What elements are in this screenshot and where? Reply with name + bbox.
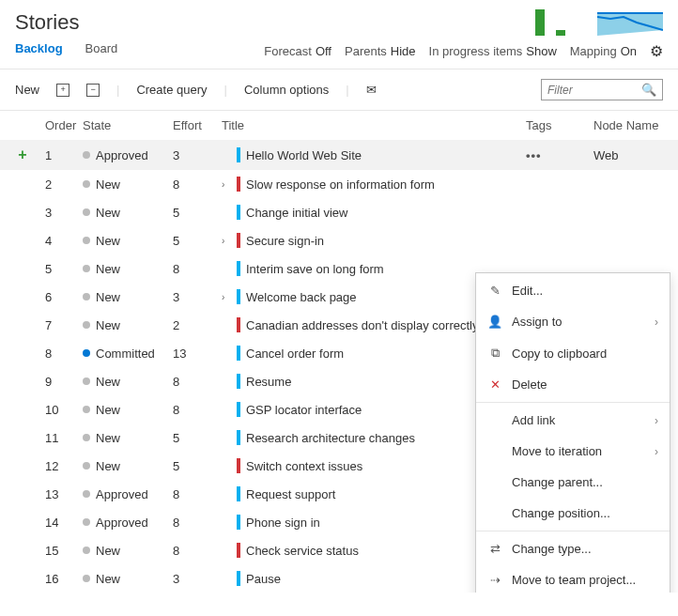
state-dot-icon <box>83 518 90 526</box>
cell-effort: 3 <box>173 148 222 162</box>
inprogress-toggle[interactable]: In progress itemsShow <box>429 44 557 58</box>
cell-state: New <box>83 206 173 220</box>
cell-order: 2 <box>45 177 83 192</box>
cell-order: 7 <box>45 318 83 332</box>
cell-order: 14 <box>45 516 83 530</box>
cell-order: 3 <box>45 206 83 220</box>
gear-icon[interactable]: ⚙ <box>650 42 663 60</box>
cell-state: New <box>83 403 173 417</box>
col-tags[interactable]: Tags <box>526 118 593 132</box>
menu-delete[interactable]: ✕Delete <box>476 369 670 400</box>
cell-effort: 8 <box>173 262 222 276</box>
cell-title[interactable]: ›Slow response on information form <box>222 177 526 192</box>
menu-change-parent[interactable]: Change parent... <box>476 467 670 498</box>
filter-box[interactable]: 🔍 <box>541 79 663 100</box>
cell-effort: 5 <box>173 459 222 473</box>
cell-state: New <box>83 431 173 445</box>
cell-effort: 8 <box>173 487 222 501</box>
cell-title[interactable]: ›Secure sign-in <box>222 233 526 248</box>
parents-toggle[interactable]: ParentsHide <box>345 44 416 58</box>
type-bar <box>237 261 240 276</box>
menu-assign-to[interactable]: 👤Assign to› <box>476 306 670 337</box>
state-dot-icon <box>83 151 90 159</box>
col-order[interactable]: Order <box>45 118 83 132</box>
cell-effort: 5 <box>173 431 222 445</box>
type-bar <box>237 515 240 530</box>
state-dot-icon <box>83 180 90 188</box>
cell-title[interactable]: Change initial view <box>222 205 526 220</box>
tab-board[interactable]: Board <box>85 41 118 61</box>
cell-effort: 8 <box>173 375 222 389</box>
type-bar <box>237 543 240 558</box>
table-row[interactable]: 2New8›Slow response on information form <box>0 170 678 198</box>
cell-effort: 8 <box>173 403 222 417</box>
state-dot-icon <box>83 265 90 272</box>
type-bar <box>237 177 240 192</box>
create-query-button[interactable]: Create query <box>136 83 207 97</box>
filter-input[interactable] <box>547 84 641 97</box>
col-title[interactable]: Title <box>222 118 526 132</box>
state-dot-icon <box>83 434 90 441</box>
menu-change-position[interactable]: Change position... <box>476 498 670 529</box>
type-bar <box>237 147 240 162</box>
cell-state: New <box>83 375 173 389</box>
menu-add-link[interactable]: Add link› <box>476 405 670 436</box>
cell-title[interactable]: Hello World Web Site <box>222 147 526 162</box>
chevron-right-icon[interactable]: › <box>222 292 231 302</box>
menu-move-iteration[interactable]: Move to iteration› <box>476 436 670 467</box>
change-type-icon: ⇄ <box>487 542 502 556</box>
search-icon[interactable]: 🔍 <box>641 83 656 97</box>
cell-effort: 8 <box>173 177 222 192</box>
col-effort[interactable]: Effort <box>173 118 222 132</box>
state-dot-icon <box>83 377 90 385</box>
menu-copy[interactable]: ⧉Copy to clipboard <box>476 337 670 369</box>
velocity-chart[interactable] <box>507 9 592 36</box>
expand-icon[interactable]: + <box>56 84 69 97</box>
type-bar <box>237 402 240 417</box>
table-header: Order State Effort Title Tags Node Name <box>0 111 678 140</box>
col-node[interactable]: Node Name <box>593 118 678 132</box>
burndown-chart[interactable] <box>597 9 663 36</box>
menu-move-team[interactable]: ⇢Move to team project... <box>476 564 670 593</box>
column-options-button[interactable]: Column options <box>244 83 329 97</box>
state-dot-icon <box>83 575 90 582</box>
cell-order: 12 <box>45 459 83 473</box>
type-bar <box>237 458 240 473</box>
person-icon: 👤 <box>487 315 502 329</box>
cell-order: 6 <box>45 290 83 304</box>
state-dot-icon <box>83 490 90 498</box>
menu-change-type[interactable]: ⇄Change type... <box>476 533 670 564</box>
cell-effort: 8 <box>173 516 222 530</box>
tab-backlog[interactable]: Backlog <box>15 41 63 61</box>
more-icon[interactable]: ••• <box>526 148 542 162</box>
new-button[interactable]: New <box>15 83 39 97</box>
add-icon[interactable]: + <box>18 146 26 162</box>
cell-effort: 5 <box>173 234 222 248</box>
forecast-toggle[interactable]: ForecastOff <box>264 44 331 58</box>
type-bar <box>237 233 240 248</box>
cell-effort: 5 <box>173 206 222 220</box>
type-bar <box>237 346 240 361</box>
cell-effort: 13 <box>173 346 222 361</box>
table-row[interactable]: 4New5›Secure sign-in <box>0 226 678 254</box>
cell-order: 5 <box>45 262 83 276</box>
chevron-right-icon[interactable]: › <box>222 179 231 190</box>
cell-state: Approved <box>83 516 173 530</box>
mapping-toggle[interactable]: MappingOn <box>570 44 637 58</box>
cell-state: New <box>83 290 173 304</box>
email-icon[interactable]: ✉ <box>366 83 377 97</box>
table-row[interactable]: +1Approved3Hello World Web Site•••Web <box>0 140 678 170</box>
type-bar <box>237 374 240 389</box>
collapse-icon[interactable]: − <box>86 84 100 97</box>
menu-edit[interactable]: ✎Edit... <box>476 275 670 306</box>
cell-state: New <box>83 234 173 248</box>
cell-effort: 8 <box>173 544 222 558</box>
cell-state: New <box>83 572 173 586</box>
type-bar <box>237 571 240 586</box>
chevron-right-icon[interactable]: › <box>222 236 231 246</box>
col-state[interactable]: State <box>83 118 173 132</box>
move-project-icon: ⇢ <box>487 573 502 587</box>
table-row[interactable]: 3New5Change initial view <box>0 198 678 226</box>
cell-state: New <box>83 177 173 192</box>
cell-order: 13 <box>45 487 83 501</box>
